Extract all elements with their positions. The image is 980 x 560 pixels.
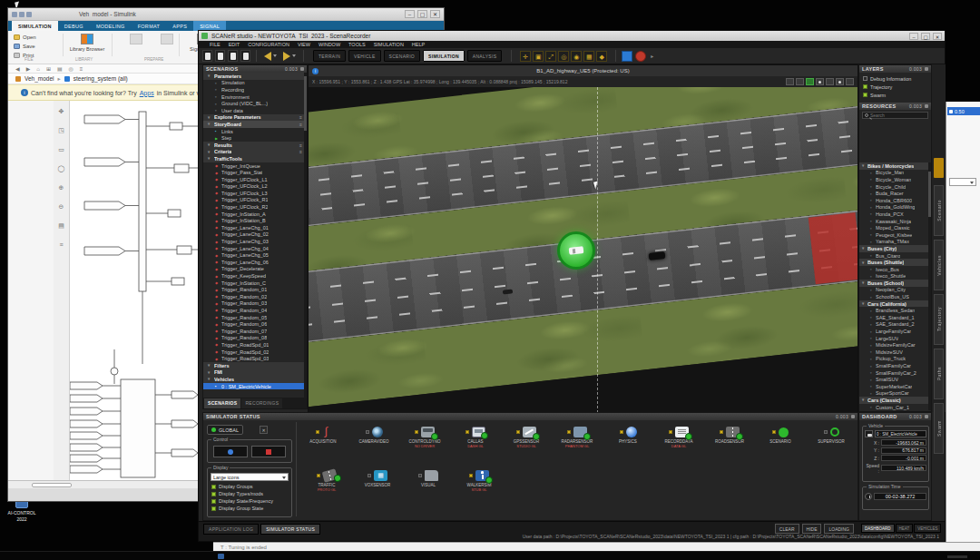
resource-item[interactable]: Buses (School) bbox=[859, 280, 928, 287]
tool-icon[interactable]: ▣ bbox=[533, 51, 544, 62]
canvas-tool-icon[interactable]: ✥ bbox=[59, 108, 64, 115]
tool-icon[interactable]: ◆ bbox=[596, 51, 607, 62]
record-button[interactable] bbox=[635, 51, 646, 62]
scenario-tree-item[interactable]: Trigger_UFClock_L3 bbox=[203, 190, 304, 197]
scaner-window-controls[interactable]: –▢✕ bbox=[909, 33, 942, 40]
resource-item[interactable]: SmallSUV bbox=[859, 376, 928, 383]
map-tool-button[interactable] bbox=[846, 78, 854, 85]
resource-item[interactable]: SmallFamilyCar_2 bbox=[859, 369, 928, 377]
module-tile[interactable]: RADARSENSORPHANTOM GL bbox=[554, 426, 601, 448]
canvas-tool-icon[interactable]: ◳ bbox=[58, 127, 64, 134]
window-control-button[interactable]: ▢ bbox=[921, 33, 930, 40]
checkbox[interactable] bbox=[863, 76, 867, 81]
canvas-tool-icon[interactable]: ⊖ bbox=[59, 203, 64, 211]
canvas-tool-icon[interactable]: ▤ bbox=[58, 222, 64, 230]
redo-button[interactable] bbox=[283, 52, 296, 61]
vertical-tab[interactable]: Trajectory bbox=[934, 294, 944, 345]
scenario-tree-item[interactable]: Trigger_Random_08 bbox=[203, 335, 304, 342]
dashboard-tab[interactable]: DASHBOARD bbox=[861, 524, 895, 533]
scenario-tree-item[interactable]: Results≡ bbox=[203, 142, 304, 149]
menu-item[interactable]: CONFIGURATION bbox=[248, 42, 289, 47]
module-tile[interactable]: GPSSENSORSTUDIO GL bbox=[503, 426, 550, 448]
scenario-tree-item[interactable]: Recording bbox=[203, 86, 304, 93]
scenario-tree-item[interactable]: Trigger_IntQueue bbox=[203, 162, 304, 170]
module-tile[interactable]: RECORDDATADATA GL bbox=[655, 426, 702, 448]
resource-item[interactable]: Iveco_Bus bbox=[859, 266, 928, 273]
resource-item[interactable]: Honda_PCX bbox=[859, 211, 928, 218]
file-buttons[interactable]: Open Save Print bbox=[14, 33, 61, 60]
menu-item[interactable]: FILE bbox=[210, 42, 220, 47]
resource-item[interactable]: Moped_Classic bbox=[859, 224, 928, 231]
resource-item[interactable]: Brandless_Sedan bbox=[859, 307, 928, 314]
scenario-tree-item[interactable]: Trigger_Random_06 bbox=[203, 320, 304, 328]
menu-item[interactable]: WINDOW bbox=[318, 42, 340, 47]
layer-toggle[interactable]: Swarm bbox=[859, 91, 931, 99]
display-option[interactable]: Display Groups bbox=[208, 483, 291, 490]
resource-item[interactable]: MidsizeSUV bbox=[859, 349, 928, 356]
ribbon-tab[interactable]: FORMAT bbox=[132, 21, 167, 31]
scenario-tree-item[interactable]: Trigger_Random_02 bbox=[203, 293, 304, 300]
tool-icons[interactable]: ✛▣⤢◎◉▦◆ bbox=[520, 51, 607, 62]
layer-toggle[interactable]: Debug Information bbox=[859, 74, 931, 83]
scenario-tree-item[interactable]: Trigger_UFClock_L1 bbox=[203, 176, 304, 183]
resource-item[interactable]: Custom_Car_1 bbox=[859, 404, 928, 410]
map-toolbar[interactable] bbox=[786, 78, 854, 85]
scaner-menubar[interactable]: FILEEDITCONFIGURATIONVIEWWINDOWTOOLSSIMU… bbox=[199, 41, 945, 48]
taskbar[interactable] bbox=[0, 551, 980, 560]
module-tile[interactable]: ACQUISITION bbox=[299, 426, 347, 448]
window-control-button[interactable]: ✕ bbox=[430, 10, 440, 18]
dashboard-tabs[interactable]: DASHBOARDHEATVEHICLES bbox=[861, 524, 941, 533]
apps-link[interactable]: Apps bbox=[140, 90, 154, 96]
module-tile[interactable]: CALLASDASH GL bbox=[452, 426, 499, 448]
scenario-tree-item[interactable]: FMI bbox=[203, 369, 304, 377]
resource-item[interactable]: Buses (City) bbox=[859, 245, 928, 252]
resource-item[interactable]: Honda_GoldWing bbox=[859, 204, 928, 211]
vertical-tab[interactable]: Vehicles bbox=[934, 240, 944, 290]
panel-tab[interactable]: RECORDINGS bbox=[241, 398, 282, 408]
resource-item[interactable]: SchoolBus_US bbox=[859, 293, 928, 300]
quick-access-icons[interactable] bbox=[12, 12, 32, 17]
log-button[interactable]: CLEAR bbox=[775, 524, 799, 534]
scenario-tree-item[interactable]: Trigger_RoadSpd_01 bbox=[203, 341, 304, 349]
log-buttons[interactable]: CLEARHIDELOADING bbox=[775, 524, 854, 534]
dashboard-tab[interactable]: VEHICLES bbox=[914, 524, 941, 533]
vehicle-select[interactable]: 0 : SM_ElectricVehicle bbox=[875, 430, 926, 437]
module-tile[interactable]: CONTROLDYNONO DRIVER bbox=[401, 426, 448, 448]
map-tool-button[interactable] bbox=[796, 78, 804, 85]
pin-icon[interactable] bbox=[300, 67, 304, 71]
side-combobox[interactable] bbox=[949, 178, 976, 186]
resource-item[interactable]: SuperMarketCar bbox=[859, 383, 928, 390]
resource-item[interactable]: SAE_Standard_1 bbox=[859, 314, 928, 321]
module-tile[interactable]: PHYSICS bbox=[604, 426, 652, 448]
log-button[interactable]: HIDE bbox=[802, 524, 822, 534]
scenario-tree-item[interactable]: Trigger_Pass_Stat bbox=[203, 169, 304, 176]
ribbon-tab[interactable]: APPS bbox=[166, 21, 193, 31]
scenario-tree-item[interactable]: StoryBoard≡ bbox=[203, 121, 304, 128]
checkbox[interactable] bbox=[211, 485, 216, 489]
resource-item[interactable]: Bikes / Motorcycles bbox=[859, 162, 928, 170]
resource-item[interactable]: Bus_Citaro bbox=[859, 252, 928, 260]
module-tile[interactable]: ROADSENSOR bbox=[706, 426, 753, 448]
toolbar-icon[interactable]: ▤ bbox=[57, 65, 63, 72]
module-tile[interactable]: CAMERAVIDEO bbox=[350, 426, 397, 448]
resource-item[interactable]: Bicycle_Woman bbox=[859, 176, 928, 183]
resources-search[interactable] bbox=[862, 112, 928, 119]
tools-vertical-tab-icon[interactable] bbox=[934, 158, 944, 178]
global-button[interactable]: GLOBAL bbox=[207, 425, 243, 435]
scenario-tree-item[interactable]: Trigger_LaneChg_03 bbox=[203, 238, 304, 245]
mode-tab[interactable]: TERRAIN bbox=[313, 50, 346, 62]
resource-item[interactable]: Kawasaki_Ninja bbox=[859, 218, 928, 225]
scenario-tree-item[interactable]: Trigger_LaneChg_04 bbox=[203, 245, 304, 252]
ribbon-tab[interactable]: MODELING bbox=[90, 21, 132, 31]
scenario-tree-item[interactable]: User data bbox=[203, 107, 304, 114]
module-tile[interactable]: TRAFFICPROTO GL bbox=[303, 469, 350, 492]
toolbar-icon[interactable]: ◎ bbox=[69, 65, 74, 72]
pin-icon[interactable] bbox=[925, 67, 928, 71]
scenario-tree-item[interactable]: Filters bbox=[203, 362, 304, 369]
sim-play-button[interactable] bbox=[213, 446, 248, 457]
save-file-button[interactable] bbox=[228, 50, 238, 62]
canvas-tool-icon[interactable]: ▭ bbox=[58, 146, 64, 153]
simulator-status-header[interactable]: SIMULATOR STATUS 0.003 bbox=[203, 413, 858, 420]
menu-item[interactable]: SIMULATION bbox=[374, 42, 404, 47]
simulink-window-controls[interactable]: –▢✕ bbox=[405, 10, 440, 18]
